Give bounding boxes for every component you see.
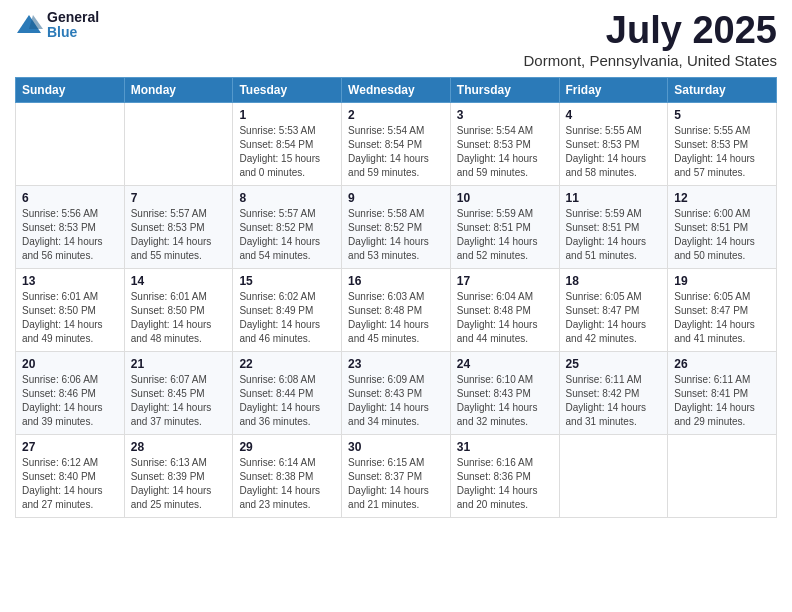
day-number: 7 — [131, 191, 227, 205]
calendar-week-row: 20Sunrise: 6:06 AMSunset: 8:46 PMDayligh… — [16, 351, 777, 434]
day-number: 18 — [566, 274, 662, 288]
calendar-cell: 31Sunrise: 6:16 AMSunset: 8:36 PMDayligh… — [450, 434, 559, 517]
calendar-cell: 28Sunrise: 6:13 AMSunset: 8:39 PMDayligh… — [124, 434, 233, 517]
day-info: Sunrise: 5:54 AMSunset: 8:53 PMDaylight:… — [457, 124, 553, 180]
weekday-header: Monday — [124, 77, 233, 102]
day-number: 10 — [457, 191, 553, 205]
day-info: Sunrise: 6:09 AMSunset: 8:43 PMDaylight:… — [348, 373, 444, 429]
day-number: 6 — [22, 191, 118, 205]
day-number: 25 — [566, 357, 662, 371]
calendar-cell: 13Sunrise: 6:01 AMSunset: 8:50 PMDayligh… — [16, 268, 125, 351]
day-info: Sunrise: 5:55 AMSunset: 8:53 PMDaylight:… — [566, 124, 662, 180]
day-number: 14 — [131, 274, 227, 288]
day-number: 8 — [239, 191, 335, 205]
day-info: Sunrise: 6:03 AMSunset: 8:48 PMDaylight:… — [348, 290, 444, 346]
day-info: Sunrise: 6:05 AMSunset: 8:47 PMDaylight:… — [566, 290, 662, 346]
calendar-cell: 29Sunrise: 6:14 AMSunset: 8:38 PMDayligh… — [233, 434, 342, 517]
day-info: Sunrise: 6:07 AMSunset: 8:45 PMDaylight:… — [131, 373, 227, 429]
calendar-week-row: 27Sunrise: 6:12 AMSunset: 8:40 PMDayligh… — [16, 434, 777, 517]
day-number: 24 — [457, 357, 553, 371]
calendar-week-row: 13Sunrise: 6:01 AMSunset: 8:50 PMDayligh… — [16, 268, 777, 351]
day-number: 26 — [674, 357, 770, 371]
day-info: Sunrise: 5:53 AMSunset: 8:54 PMDaylight:… — [239, 124, 335, 180]
logo-icon — [15, 11, 43, 39]
calendar-cell — [668, 434, 777, 517]
logo-blue: Blue — [47, 25, 99, 40]
day-info: Sunrise: 6:15 AMSunset: 8:37 PMDaylight:… — [348, 456, 444, 512]
calendar-cell: 11Sunrise: 5:59 AMSunset: 8:51 PMDayligh… — [559, 185, 668, 268]
calendar-cell: 19Sunrise: 6:05 AMSunset: 8:47 PMDayligh… — [668, 268, 777, 351]
day-number: 31 — [457, 440, 553, 454]
day-info: Sunrise: 6:02 AMSunset: 8:49 PMDaylight:… — [239, 290, 335, 346]
weekday-header: Sunday — [16, 77, 125, 102]
month-title: July 2025 — [524, 10, 777, 52]
day-number: 15 — [239, 274, 335, 288]
calendar-cell: 4Sunrise: 5:55 AMSunset: 8:53 PMDaylight… — [559, 102, 668, 185]
calendar-cell — [559, 434, 668, 517]
weekday-header: Friday — [559, 77, 668, 102]
day-info: Sunrise: 6:13 AMSunset: 8:39 PMDaylight:… — [131, 456, 227, 512]
day-number: 11 — [566, 191, 662, 205]
day-number: 28 — [131, 440, 227, 454]
day-info: Sunrise: 6:01 AMSunset: 8:50 PMDaylight:… — [22, 290, 118, 346]
calendar-cell: 26Sunrise: 6:11 AMSunset: 8:41 PMDayligh… — [668, 351, 777, 434]
weekday-header-row: SundayMondayTuesdayWednesdayThursdayFrid… — [16, 77, 777, 102]
day-info: Sunrise: 5:57 AMSunset: 8:53 PMDaylight:… — [131, 207, 227, 263]
page-header: General Blue July 2025 Dormont, Pennsylv… — [15, 10, 777, 69]
calendar-week-row: 1Sunrise: 5:53 AMSunset: 8:54 PMDaylight… — [16, 102, 777, 185]
weekday-header: Tuesday — [233, 77, 342, 102]
weekday-header: Thursday — [450, 77, 559, 102]
day-info: Sunrise: 6:16 AMSunset: 8:36 PMDaylight:… — [457, 456, 553, 512]
calendar-cell: 10Sunrise: 5:59 AMSunset: 8:51 PMDayligh… — [450, 185, 559, 268]
day-info: Sunrise: 5:58 AMSunset: 8:52 PMDaylight:… — [348, 207, 444, 263]
calendar-cell — [124, 102, 233, 185]
calendar-cell: 18Sunrise: 6:05 AMSunset: 8:47 PMDayligh… — [559, 268, 668, 351]
logo-text: General Blue — [47, 10, 99, 41]
day-number: 12 — [674, 191, 770, 205]
calendar-table: SundayMondayTuesdayWednesdayThursdayFrid… — [15, 77, 777, 518]
day-number: 29 — [239, 440, 335, 454]
calendar-cell: 23Sunrise: 6:09 AMSunset: 8:43 PMDayligh… — [342, 351, 451, 434]
calendar-cell: 15Sunrise: 6:02 AMSunset: 8:49 PMDayligh… — [233, 268, 342, 351]
calendar-cell: 20Sunrise: 6:06 AMSunset: 8:46 PMDayligh… — [16, 351, 125, 434]
day-info: Sunrise: 5:57 AMSunset: 8:52 PMDaylight:… — [239, 207, 335, 263]
calendar-cell: 6Sunrise: 5:56 AMSunset: 8:53 PMDaylight… — [16, 185, 125, 268]
day-info: Sunrise: 5:56 AMSunset: 8:53 PMDaylight:… — [22, 207, 118, 263]
day-number: 1 — [239, 108, 335, 122]
calendar-cell: 24Sunrise: 6:10 AMSunset: 8:43 PMDayligh… — [450, 351, 559, 434]
calendar-cell: 7Sunrise: 5:57 AMSunset: 8:53 PMDaylight… — [124, 185, 233, 268]
calendar-cell: 2Sunrise: 5:54 AMSunset: 8:54 PMDaylight… — [342, 102, 451, 185]
day-number: 13 — [22, 274, 118, 288]
day-info: Sunrise: 6:10 AMSunset: 8:43 PMDaylight:… — [457, 373, 553, 429]
calendar-cell: 1Sunrise: 5:53 AMSunset: 8:54 PMDaylight… — [233, 102, 342, 185]
day-number: 3 — [457, 108, 553, 122]
day-number: 23 — [348, 357, 444, 371]
weekday-header: Wednesday — [342, 77, 451, 102]
day-number: 22 — [239, 357, 335, 371]
day-number: 2 — [348, 108, 444, 122]
calendar-cell: 12Sunrise: 6:00 AMSunset: 8:51 PMDayligh… — [668, 185, 777, 268]
day-number: 27 — [22, 440, 118, 454]
logo-general: General — [47, 10, 99, 25]
day-info: Sunrise: 6:11 AMSunset: 8:41 PMDaylight:… — [674, 373, 770, 429]
calendar-cell: 30Sunrise: 6:15 AMSunset: 8:37 PMDayligh… — [342, 434, 451, 517]
page-container: General Blue July 2025 Dormont, Pennsylv… — [0, 0, 792, 528]
title-section: July 2025 Dormont, Pennsylvania, United … — [524, 10, 777, 69]
day-info: Sunrise: 5:59 AMSunset: 8:51 PMDaylight:… — [566, 207, 662, 263]
day-info: Sunrise: 5:55 AMSunset: 8:53 PMDaylight:… — [674, 124, 770, 180]
day-info: Sunrise: 6:01 AMSunset: 8:50 PMDaylight:… — [131, 290, 227, 346]
day-number: 5 — [674, 108, 770, 122]
day-info: Sunrise: 6:11 AMSunset: 8:42 PMDaylight:… — [566, 373, 662, 429]
location: Dormont, Pennsylvania, United States — [524, 52, 777, 69]
weekday-header: Saturday — [668, 77, 777, 102]
day-info: Sunrise: 6:06 AMSunset: 8:46 PMDaylight:… — [22, 373, 118, 429]
day-number: 21 — [131, 357, 227, 371]
calendar-cell: 9Sunrise: 5:58 AMSunset: 8:52 PMDaylight… — [342, 185, 451, 268]
day-info: Sunrise: 6:00 AMSunset: 8:51 PMDaylight:… — [674, 207, 770, 263]
calendar-cell: 8Sunrise: 5:57 AMSunset: 8:52 PMDaylight… — [233, 185, 342, 268]
day-number: 20 — [22, 357, 118, 371]
day-number: 30 — [348, 440, 444, 454]
day-number: 9 — [348, 191, 444, 205]
calendar-cell: 17Sunrise: 6:04 AMSunset: 8:48 PMDayligh… — [450, 268, 559, 351]
logo: General Blue — [15, 10, 99, 41]
